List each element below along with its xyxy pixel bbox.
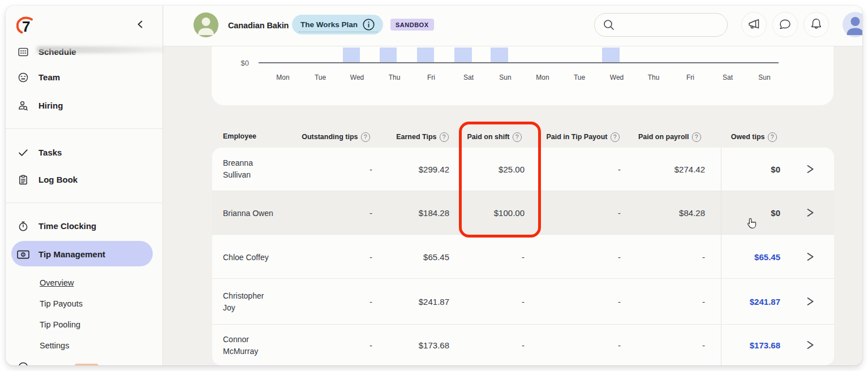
- svg-text:7: 7: [22, 18, 30, 34]
